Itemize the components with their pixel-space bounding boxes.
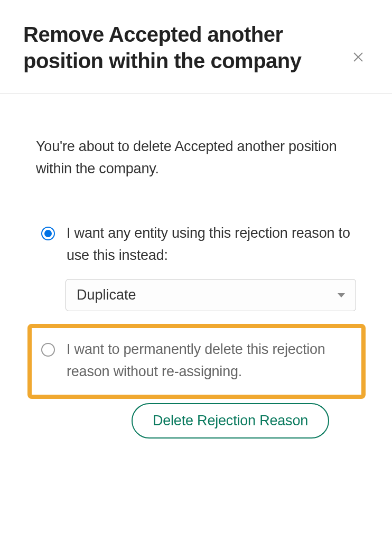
radio-selected-icon [41, 227, 55, 240]
chevron-down-icon [338, 293, 345, 297]
radio-option-reassign[interactable]: I want any entity using this rejection r… [36, 222, 356, 267]
modal-body: You're about to delete Accepted another … [0, 94, 392, 460]
highlighted-option: I want to permanently delete this reject… [27, 324, 366, 399]
close-icon [352, 51, 365, 63]
close-button[interactable] [348, 46, 369, 68]
radio-unselected-icon [41, 343, 55, 357]
radio-option-permanent-delete[interactable]: I want to permanently delete this reject… [41, 339, 352, 383]
radio-label-reassign: I want any entity using this rejection r… [67, 222, 351, 267]
modal-title: Remove Accepted another position within … [23, 21, 348, 74]
modal-header: Remove Accepted another position within … [0, 0, 392, 94]
radio-group: I want any entity using this rejection r… [36, 222, 356, 439]
replacement-reason-select[interactable]: Duplicate [66, 279, 356, 311]
action-row: Delete Rejection Reason [36, 403, 356, 439]
select-wrapper: Duplicate [66, 279, 356, 311]
intro-text: You're about to delete Accepted another … [36, 136, 356, 180]
radio-label-permanent-delete: I want to permanently delete this reject… [67, 339, 352, 383]
delete-rejection-reason-button[interactable]: Delete Rejection Reason [132, 403, 329, 439]
select-value: Duplicate [77, 287, 136, 303]
